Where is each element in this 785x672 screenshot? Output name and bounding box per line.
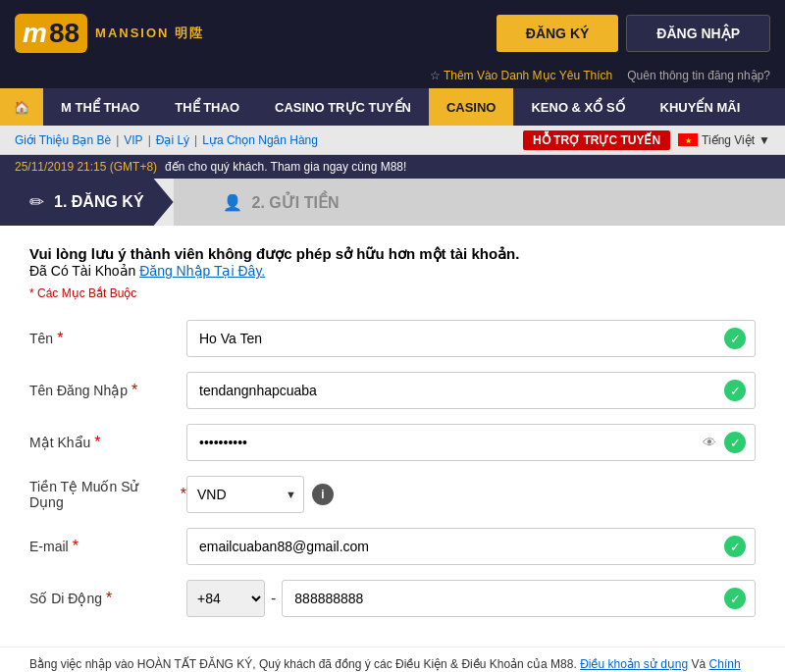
step1-icon: ✏	[29, 191, 44, 213]
email-label: E-mail *	[29, 538, 186, 555]
email-input-wrap: ✓	[186, 528, 756, 565]
bottom-notice: Bằng việc nhập vào HOÀN TẤT ĐĂNG KÝ, Quý…	[0, 646, 785, 672]
login-here-link[interactable]: Đăng Nhập Tại Đây.	[139, 263, 265, 279]
required-note: * Các Mục Bắt Buộc	[29, 286, 756, 300]
name-row: Tên * ✓	[29, 320, 756, 357]
step2-label: 2. GỬI TIỀN	[252, 193, 340, 212]
second-nav-links: Giới Thiệu Bạn Bè | VIP | Đại Lý | Lựa C…	[15, 133, 318, 147]
currency-row: Tiền Tệ Muốn Sử Dụng * VND USD THB MYR i	[29, 476, 756, 513]
nav-casino-truc-tuyen[interactable]: CASINO TRỰC TUYẾN	[257, 88, 429, 126]
username-input-wrap: ✓	[186, 372, 756, 409]
lang-chevron: ▼	[759, 133, 770, 147]
phone-input[interactable]	[282, 580, 756, 617]
sub-header: ☆ Thêm Vào Danh Mục Yêu Thích Quên thông…	[0, 67, 785, 88]
link-vip[interactable]: VIP	[124, 133, 142, 147]
language-selector[interactable]: ★ Tiếng Việt ▼	[678, 133, 770, 147]
username-required: *	[131, 382, 137, 399]
vietnam-flag: ★	[678, 133, 698, 146]
password-required: *	[94, 434, 100, 451]
password-row: Mật Khẩu * 👁 ✓	[29, 424, 756, 461]
name-required: *	[57, 330, 63, 347]
logo: m 88 MANSION 明陞	[15, 14, 204, 53]
name-valid-icon: ✓	[724, 328, 746, 349]
notice-message: đến cho quý khách. Tham gia ngay cùng M8…	[165, 160, 406, 174]
username-valid-icon: ✓	[724, 380, 746, 401]
terms-link[interactable]: Điều khoản sử dụng	[580, 657, 688, 671]
forgot-password-link[interactable]: Quên thông tin đăng nhập?	[627, 69, 770, 82]
phone-label: Số Di Động *	[29, 590, 186, 607]
nav-casino[interactable]: CASINO	[429, 88, 514, 126]
username-row: Tên Đăng Nhập * ✓	[29, 372, 756, 409]
currency-info-icon[interactable]: i	[312, 484, 334, 505]
logo-box: m 88	[15, 14, 87, 53]
password-valid-icon: ✓	[724, 432, 746, 453]
nav-keno[interactable]: KENO & XỔ SỐ	[513, 88, 642, 126]
step-bar: ✏ 1. ĐĂNG KÝ 👤 2. GỬI TIỀN	[0, 179, 785, 226]
mansion-text: MANSION 明陞	[95, 26, 204, 40]
phone-code-container: +84 +1 +44	[186, 580, 265, 617]
header: m 88 MANSION 明陞 ĐĂNG KÝ ĐĂNG NHẬP	[0, 0, 785, 67]
form-notice: Vui lòng lưu ý thành viên không được phé…	[29, 245, 756, 279]
nav-home[interactable]: 🏠	[0, 88, 43, 126]
step2-icon: 👤	[223, 193, 242, 212]
password-label: Mật Khẩu *	[29, 434, 186, 451]
step-1: ✏ 1. ĐĂNG KÝ	[0, 179, 174, 226]
logo-text: MANSION 明陞	[95, 25, 204, 42]
password-input[interactable]	[186, 424, 756, 461]
name-input[interactable]	[186, 320, 756, 357]
currency-select[interactable]: VND USD THB MYR	[186, 476, 304, 513]
link-ngan-hang[interactable]: Lựa Chọn Ngân Hàng	[202, 133, 318, 147]
header-buttons: ĐĂNG KÝ ĐĂNG NHẬP	[497, 15, 770, 52]
logo-m-letter: m	[23, 18, 47, 49]
register-button[interactable]: ĐĂNG KÝ	[497, 15, 619, 52]
second-nav-right: HỖ TRỢ TRỰC TUYẾN ★ Tiếng Việt ▼	[523, 130, 770, 150]
link-gioi-thieu[interactable]: Giới Thiệu Bạn Bè	[15, 133, 111, 147]
username-label: Tên Đăng Nhập *	[29, 382, 186, 399]
email-row: E-mail * ✓	[29, 528, 756, 565]
phone-dash: -	[271, 590, 276, 607]
wishlist-link[interactable]: ☆ Thêm Vào Danh Mục Yêu Thích	[430, 69, 612, 82]
step-2: 👤 2. GỬI TIỀN	[174, 179, 785, 226]
nav-m-the-thao[interactable]: M THỂ THAO	[43, 88, 157, 126]
name-label: Tên *	[29, 330, 186, 347]
email-valid-icon: ✓	[724, 536, 746, 557]
name-input-wrap: ✓	[186, 320, 756, 357]
login-button[interactable]: ĐĂNG NHẬP	[626, 15, 770, 52]
phone-code-select[interactable]: +84 +1 +44	[186, 580, 265, 617]
username-input[interactable]	[186, 372, 756, 409]
phone-input-wrap: ✓	[282, 580, 756, 617]
notice-bar: 25/11/2019 21:15 (GMT+8) đến cho quý khá…	[0, 155, 785, 179]
nav-khuyen-mai[interactable]: KHUYẾN MÃI	[643, 88, 759, 126]
email-required: *	[73, 538, 78, 555]
form-area: Vui lòng lưu ý thành viên không được phé…	[0, 226, 785, 646]
logo-88-number: 88	[49, 18, 79, 49]
password-eye-icon[interactable]: 👁	[703, 435, 716, 450]
second-nav: Giới Thiệu Bạn Bè | VIP | Đại Lý | Lựa C…	[0, 126, 785, 155]
currency-select-wrap: VND USD THB MYR i	[186, 476, 756, 513]
notice-time: 25/11/2019 21:15 (GMT+8)	[15, 160, 157, 174]
nav-the-thao[interactable]: THỂ THAO	[157, 88, 257, 126]
phone-row: Số Di Động * +84 +1 +44 - ✓	[29, 580, 756, 617]
link-dai-ly[interactable]: Đại Lý	[156, 133, 189, 147]
phone-wrap: +84 +1 +44 - ✓	[186, 580, 756, 617]
password-input-wrap: 👁 ✓	[186, 424, 756, 461]
step1-label: 1. ĐĂNG KÝ	[54, 193, 144, 211]
email-input[interactable]	[186, 528, 756, 565]
phone-valid-icon: ✓	[724, 588, 746, 609]
currency-label: Tiền Tệ Muốn Sử Dụng *	[29, 479, 186, 510]
hotro-button[interactable]: HỖ TRỢ TRỰC TUYẾN	[523, 130, 670, 150]
currency-container: VND USD THB MYR	[186, 476, 304, 513]
main-nav: 🏠 M THỂ THAO THỂ THAO CASINO TRỰC TUYẾN …	[0, 88, 785, 126]
phone-required: *	[106, 590, 112, 607]
lang-label: Tiếng Việt	[702, 133, 755, 147]
